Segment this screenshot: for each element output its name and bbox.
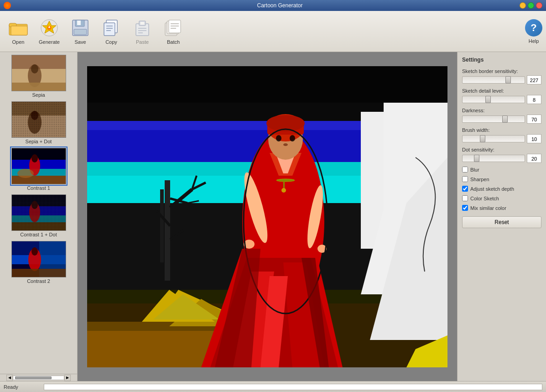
thumbnail-sepia-image <box>11 55 66 91</box>
svg-point-31 <box>31 64 38 73</box>
svg-rect-18 <box>140 22 144 25</box>
svg-rect-38 <box>12 102 66 138</box>
svg-rect-40 <box>12 148 66 160</box>
thumbnail-contrast1[interactable]: Contrast 1 <box>5 147 73 192</box>
mix-similar-color-checkbox[interactable] <box>462 205 468 211</box>
darkness-row: Darkness: 70 <box>462 108 541 124</box>
close-button[interactable] <box>536 2 542 9</box>
settings-title: Settings <box>462 57 541 63</box>
copy-button[interactable]: Copy <box>97 13 126 50</box>
toolbar: Open Generate Save <box>0 11 546 52</box>
mix-similar-color-label: Mix similar color <box>470 205 506 211</box>
open-button[interactable]: Open <box>4 13 33 50</box>
thumbnail-contrast2[interactable]: Contrast 2 <box>5 240 73 285</box>
blur-checkbox-row[interactable]: Blur <box>462 167 541 172</box>
save-button[interactable]: Save <box>66 13 95 50</box>
color-sketch-checkbox[interactable] <box>462 195 468 201</box>
sidebar: Sepia Sepia + Dot <box>0 52 78 381</box>
svg-rect-62 <box>12 269 66 277</box>
paste-label: Paste <box>136 39 149 45</box>
sepia-dot-label: Sepia + Dot <box>26 139 52 144</box>
hscroll-track <box>13 376 64 380</box>
sketch-border-sensitivity-row: Sketch border sensitivity: 227 <box>462 68 541 84</box>
save-icon <box>71 18 90 37</box>
contrast2-label: Contrast 2 <box>27 278 50 284</box>
svg-point-111 <box>290 135 295 141</box>
sidebar-hscroll[interactable]: ◀ ▶ <box>0 374 77 381</box>
scroll-right-btn[interactable]: ▶ <box>64 375 71 381</box>
generate-icon <box>40 18 59 37</box>
svg-point-61 <box>31 247 38 256</box>
canvas-area <box>78 52 457 381</box>
color-sketch-label: Color Sketch <box>470 196 499 201</box>
sharpen-label: Sharpen <box>470 177 489 182</box>
darkness-slider[interactable] <box>462 115 525 123</box>
color-sketch-checkbox-row[interactable]: Color Sketch <box>462 195 541 201</box>
hscroll-thumb[interactable] <box>15 376 52 379</box>
copy-label: Copy <box>105 39 117 45</box>
dot-sensitivity-value: 20 <box>527 154 541 163</box>
darkness-value: 70 <box>527 115 541 124</box>
blur-label: Blur <box>470 167 479 172</box>
generate-button[interactable]: Generate <box>35 13 64 50</box>
help-label: Help <box>529 38 539 44</box>
help-button[interactable]: ? Help <box>525 19 542 44</box>
main-content: Sepia Sepia + Dot <box>0 52 546 381</box>
brush-width-row: Brush width: 10 <box>462 127 541 143</box>
thumbnail-sepia-dot-image <box>11 101 66 138</box>
blur-checkbox[interactable] <box>462 167 468 172</box>
batch-icon <box>164 18 183 37</box>
svg-rect-12 <box>104 23 115 36</box>
brush-width-label: Brush width: <box>462 127 541 133</box>
contrast1-label: Contrast 1 <box>27 185 50 191</box>
maximize-button[interactable] <box>528 2 534 9</box>
app-icon <box>4 2 11 9</box>
darkness-control: 70 <box>462 115 541 124</box>
svg-point-110 <box>276 135 281 141</box>
mix-similar-color-checkbox-row[interactable]: Mix similar color <box>462 205 541 211</box>
generate-label: Generate <box>39 39 60 45</box>
sketch-border-sensitivity-control: 227 <box>462 75 541 84</box>
dot-sensitivity-slider[interactable] <box>462 155 525 162</box>
minimize-button[interactable] <box>520 2 526 9</box>
sharpen-checkbox[interactable] <box>462 176 468 182</box>
svg-rect-64 <box>87 66 447 103</box>
sketch-detail-level-slider[interactable] <box>462 96 525 103</box>
folder-open-icon <box>9 18 28 37</box>
window-controls[interactable] <box>520 2 542 9</box>
thumbnail-sepia-dot[interactable]: Sepia + Dot <box>5 100 73 145</box>
dot-sensitivity-row: Dot sensitivity: 20 <box>462 147 541 163</box>
sketch-detail-level-value: 8 <box>527 95 541 104</box>
sepia-label: Sepia <box>32 92 45 98</box>
copy-icon <box>102 18 121 37</box>
brush-width-value: 10 <box>527 134 541 143</box>
thumbnail-contrast1-dot[interactable]: Contrast 1 + Dot <box>5 193 73 238</box>
svg-point-101 <box>281 188 286 193</box>
svg-point-45 <box>31 154 38 162</box>
batch-button[interactable]: Batch <box>159 13 188 50</box>
svg-rect-9 <box>77 21 81 25</box>
thumbnail-contrast1-image <box>11 148 66 184</box>
paste-button[interactable]: Paste <box>128 13 157 50</box>
adjust-sketch-depth-label: Adjust sketch depth <box>470 186 514 192</box>
title-bar: Cartoon Generator <box>0 0 546 11</box>
open-label: Open <box>12 39 25 45</box>
sharpen-checkbox-row[interactable]: Sharpen <box>462 176 541 182</box>
brush-width-slider[interactable] <box>462 135 525 142</box>
svg-point-99 <box>276 179 295 182</box>
help-icon: ? <box>525 19 542 37</box>
svg-rect-29 <box>12 55 66 69</box>
dot-sensitivity-label: Dot sensitivity: <box>462 147 541 152</box>
adjust-sketch-depth-checkbox-row[interactable]: Adjust sketch depth <box>462 186 541 192</box>
sketch-detail-level-control: 8 <box>462 95 541 104</box>
svg-rect-81 <box>160 189 164 262</box>
thumbnail-sepia[interactable]: Sepia <box>5 54 73 99</box>
svg-rect-46 <box>12 176 66 184</box>
scroll-left-btn[interactable]: ◀ <box>6 375 13 381</box>
paste-icon <box>133 18 152 37</box>
svg-rect-24 <box>169 20 181 33</box>
reset-button[interactable]: Reset <box>462 216 541 228</box>
adjust-sketch-depth-checkbox[interactable] <box>462 186 468 192</box>
thumbnail-list: Sepia Sepia + Dot <box>0 52 77 374</box>
sketch-border-sensitivity-slider[interactable] <box>462 76 525 84</box>
